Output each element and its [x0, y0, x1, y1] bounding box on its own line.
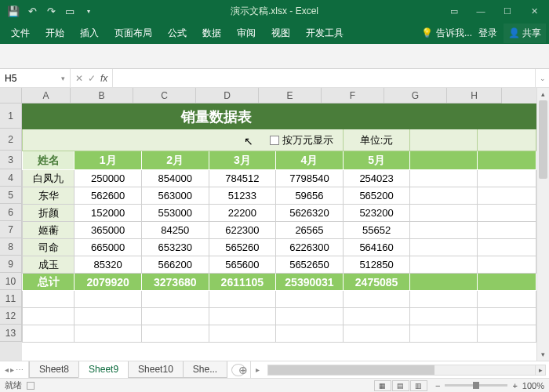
- col-header-B[interactable]: B: [71, 88, 133, 103]
- name-box[interactable]: H5▾: [0, 69, 71, 87]
- tab-file[interactable]: 文件: [3, 22, 38, 45]
- scroll-down-icon[interactable]: ▾: [537, 348, 549, 361]
- col-header-E[interactable]: E: [259, 88, 322, 103]
- horizontal-scrollbar[interactable]: ◂ ▸: [267, 365, 546, 376]
- row-headers[interactable]: 12345678910111213: [0, 103, 22, 361]
- data-cell[interactable]: 566200: [141, 256, 209, 274]
- row-header-8[interactable]: 8: [0, 238, 22, 256]
- name-cell[interactable]: 司命: [23, 239, 75, 256]
- redo-icon[interactable]: ↷: [44, 4, 58, 18]
- tab-formula[interactable]: 公式: [160, 22, 195, 45]
- col-header-A[interactable]: A: [22, 88, 71, 103]
- data-cell[interactable]: 565260: [209, 239, 276, 256]
- zoom-in-button[interactable]: +: [512, 381, 517, 390]
- chevron-down-icon[interactable]: ▾: [61, 74, 65, 82]
- row-header-9[interactable]: 9: [0, 256, 22, 273]
- name-cell[interactable]: 白凤九: [23, 170, 75, 187]
- view-normal-icon[interactable]: ▦: [374, 380, 391, 391]
- zoom-out-button[interactable]: −: [435, 381, 440, 390]
- data-cell[interactable]: 523200: [343, 205, 410, 222]
- name-cell[interactable]: 成玉: [23, 256, 75, 274]
- tab-layout[interactable]: 页面布局: [107, 22, 160, 45]
- tab-home[interactable]: 开始: [38, 22, 72, 45]
- col-header-H[interactable]: H: [447, 88, 502, 103]
- hscroll-thumb[interactable]: [268, 365, 434, 375]
- row-header-5[interactable]: 5: [0, 187, 22, 204]
- row-header-6[interactable]: 6: [0, 204, 22, 221]
- sheet-nav-buttons[interactable]: ◂▸⋯: [0, 361, 29, 378]
- scroll-right-icon[interactable]: ▸: [535, 365, 546, 375]
- name-cell[interactable]: 折颜: [23, 205, 75, 222]
- row-header-7[interactable]: 7: [0, 221, 22, 238]
- data-cell[interactable]: 85320: [75, 256, 142, 274]
- qat-dropdown-icon[interactable]: ▾: [82, 4, 96, 18]
- data-cell[interactable]: 365000: [75, 222, 142, 239]
- data-cell[interactable]: 854000: [141, 170, 209, 187]
- data-cell[interactable]: 512850: [343, 256, 410, 274]
- sheet-scroll-right[interactable]: ▸: [250, 361, 264, 378]
- tell-me-search[interactable]: 💡告诉我...: [421, 27, 472, 40]
- row-header-12[interactable]: 12: [0, 307, 22, 325]
- tab-data[interactable]: 数据: [195, 22, 229, 45]
- save-icon[interactable]: 💾: [6, 4, 20, 18]
- tab-insert[interactable]: 插入: [72, 22, 107, 45]
- minimize-icon[interactable]: ―: [469, 3, 493, 19]
- data-cell[interactable]: 665000: [75, 239, 142, 256]
- share-button[interactable]: 👤共享: [504, 24, 546, 43]
- col-header-D[interactable]: D: [196, 88, 259, 103]
- enter-icon[interactable]: ✓: [88, 73, 96, 84]
- data-cell[interactable]: 5626320: [276, 205, 344, 222]
- row-header-4[interactable]: 4: [0, 169, 22, 187]
- data-cell[interactable]: 26565: [276, 222, 344, 239]
- name-cell[interactable]: 东华: [23, 187, 75, 205]
- vertical-scrollbar[interactable]: ▴ ▾: [536, 88, 549, 361]
- spreadsheet-grid[interactable]: ABCDEFGH 12345678910111213 ▴ ▾ 销量数据表按万元显…: [0, 88, 549, 361]
- close-icon[interactable]: ✕: [522, 3, 546, 19]
- sheet-tab[interactable]: She...: [183, 361, 227, 378]
- row-header-1[interactable]: 1: [0, 103, 22, 129]
- macro-record-icon[interactable]: [27, 382, 35, 390]
- data-cell[interactable]: 622300: [209, 222, 276, 239]
- checkbox-icon[interactable]: [270, 136, 279, 145]
- checkbox-cell[interactable]: 按万元显示↖: [23, 129, 344, 151]
- signin-link[interactable]: 登录: [478, 27, 497, 40]
- tab-developer[interactable]: 开发工具: [298, 22, 351, 45]
- row-header-3[interactable]: 3: [0, 151, 22, 169]
- new-file-icon[interactable]: ▭: [63, 4, 77, 18]
- data-cell[interactable]: 5652650: [276, 256, 344, 274]
- view-pagebreak-icon[interactable]: ▥: [410, 380, 427, 391]
- data-cell[interactable]: 55652: [343, 222, 410, 239]
- row-header-11[interactable]: 11: [0, 290, 22, 307]
- cells-area[interactable]: 销量数据表按万元显示↖单位:元姓名1月2月3月4月5月白凤九2500008540…: [22, 103, 536, 361]
- data-cell[interactable]: 784512: [209, 170, 276, 187]
- column-headers[interactable]: ABCDEFGH: [22, 88, 536, 103]
- sheet-tab[interactable]: Sheet8: [29, 361, 79, 378]
- data-cell[interactable]: 250000: [75, 170, 142, 187]
- data-cell[interactable]: 562600: [75, 187, 142, 205]
- maximize-icon[interactable]: ☐: [496, 3, 519, 19]
- add-sheet-button[interactable]: ⊕: [231, 364, 245, 376]
- sheet-tab[interactable]: Sheet9: [78, 361, 129, 378]
- scroll-thumb[interactable]: [539, 100, 547, 179]
- name-cell[interactable]: 姬蘅: [23, 222, 75, 239]
- data-cell[interactable]: 84250: [141, 222, 209, 239]
- select-all-corner[interactable]: [0, 88, 22, 103]
- undo-icon[interactable]: ↶: [25, 4, 39, 18]
- data-cell[interactable]: 59656: [276, 187, 344, 205]
- tab-view[interactable]: 视图: [264, 22, 298, 45]
- row-header-2[interactable]: 2: [0, 129, 22, 151]
- data-cell[interactable]: 6226300: [276, 239, 344, 256]
- data-cell[interactable]: 564160: [343, 239, 410, 256]
- cancel-icon[interactable]: ✕: [75, 73, 83, 84]
- data-cell[interactable]: 553000: [141, 205, 209, 222]
- col-header-C[interactable]: C: [133, 88, 196, 103]
- data-cell[interactable]: 653230: [141, 239, 209, 256]
- data-cell[interactable]: 565200: [343, 187, 410, 205]
- sheet-tab[interactable]: Sheet10: [128, 361, 184, 378]
- tab-review[interactable]: 审阅: [229, 22, 264, 45]
- col-header-G[interactable]: G: [384, 88, 447, 103]
- data-cell[interactable]: 152000: [75, 205, 142, 222]
- data-cell[interactable]: 254023: [343, 170, 410, 187]
- view-pagelayout-icon[interactable]: ▤: [392, 380, 409, 391]
- data-cell[interactable]: 563000: [141, 187, 209, 205]
